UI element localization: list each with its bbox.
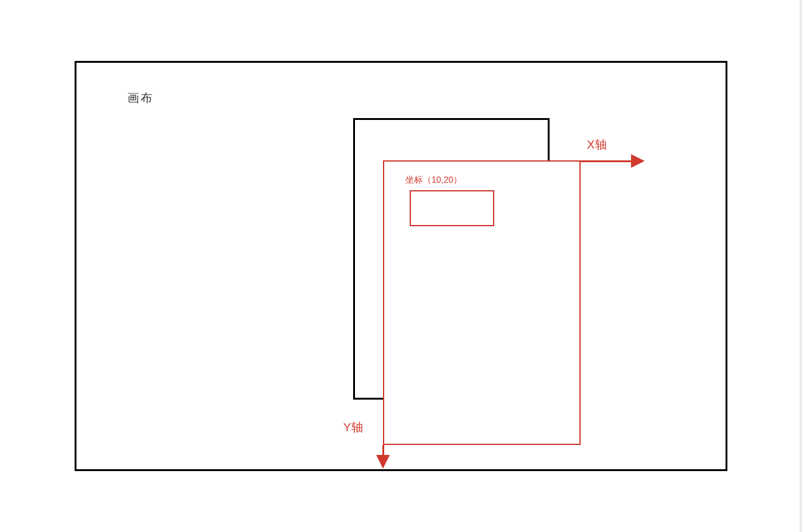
- y-axis-label: Y轴: [343, 420, 363, 436]
- coordinate-point-rect: [410, 190, 494, 226]
- diagram-page: 画布 坐标（10,20） X轴 Y轴: [0, 0, 802, 532]
- x-axis-arrow-icon: [631, 154, 645, 168]
- page-right-edge: [800, 0, 802, 532]
- x-axis-line: [581, 160, 637, 162]
- x-axis-label: X轴: [587, 137, 607, 153]
- canvas-label: 画布: [127, 90, 154, 106]
- coordinate-label: 坐标（10,20）: [405, 175, 462, 186]
- y-axis-arrow-icon: [376, 455, 390, 469]
